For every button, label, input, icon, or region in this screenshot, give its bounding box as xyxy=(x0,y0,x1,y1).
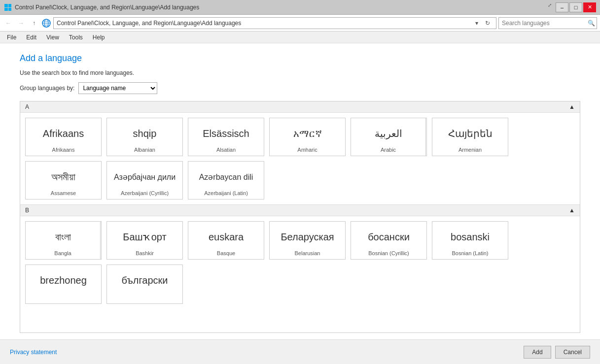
lang-card-alsatian[interactable]: Elsässisch Alsatian xyxy=(188,118,264,156)
bottom-buttons: Add Cancel xyxy=(524,346,590,359)
lang-card-bulgarian[interactable]: български xyxy=(106,265,183,304)
lang-native-basque: euskara xyxy=(209,227,244,247)
search-field[interactable]: 🔍 xyxy=(498,17,597,29)
resize-icon: ⤢ xyxy=(548,2,552,12)
language-sections[interactable]: A ▲ Afrikaans Afrikaans shqip Albanian E… xyxy=(20,101,580,333)
section-letter-b: B xyxy=(25,207,29,214)
page-subtitle: Use the search box to find more language… xyxy=(20,69,580,76)
main-content: Add a language Use the search box to fin… xyxy=(0,43,600,339)
lang-name-belarusian: Belarusian xyxy=(295,250,320,256)
lang-name-amharic: Amharic xyxy=(297,147,317,153)
section-header-a: A ▲ xyxy=(20,101,580,113)
lang-card-afrikaans[interactable]: Afrikaans Afrikaans xyxy=(25,118,102,156)
lang-native-armenian: Հայերեն xyxy=(448,123,493,144)
lang-card-azerbaijani-latin[interactable]: Azərbaycan dili Azerbaijani (Latin) xyxy=(188,161,264,199)
lang-name-arabic: Arabic xyxy=(381,147,396,153)
menu-edit[interactable]: Edit xyxy=(22,33,40,42)
lang-name-basque: Basque xyxy=(217,250,235,256)
address-field[interactable]: Control Panel\Clock, Language, and Regio… xyxy=(53,17,496,29)
section-b-grid: বাংলা Bangla Башҡорт Bashkir euskara Bas… xyxy=(20,216,580,309)
menu-bar: File Edit View Tools Help xyxy=(0,32,600,43)
add-button[interactable]: Add xyxy=(524,346,551,359)
window-title: Control Panel\Clock, Language, and Regio… xyxy=(15,4,199,11)
lang-card-basque[interactable]: euskara Basque xyxy=(188,221,264,260)
lang-native-bosnian-latin: bosanski xyxy=(451,227,490,247)
address-text: Control Panel\Clock, Language, and Regio… xyxy=(57,20,471,27)
lang-card-arabic[interactable]: العربية Arabic xyxy=(351,118,427,156)
title-bar: Control Panel\Clock, Language, and Regio… xyxy=(0,0,600,15)
menu-tools[interactable]: Tools xyxy=(65,33,87,42)
lang-card-albanian[interactable]: shqip Albanian xyxy=(106,118,183,156)
lang-card-bosnian-latin[interactable]: bosanski Bosnian (Latin) xyxy=(432,221,508,260)
back-button[interactable]: ← xyxy=(3,18,14,29)
window-controls: ⤢ – □ ✕ xyxy=(548,2,596,12)
lang-native-afrikaans: Afrikaans xyxy=(43,123,84,144)
group-row: Group languages by: Language name xyxy=(20,82,580,94)
svg-rect-2 xyxy=(4,8,8,11)
section-collapse-b[interactable]: ▲ xyxy=(569,207,575,214)
section-header-b: B ▲ xyxy=(20,204,580,216)
cancel-button[interactable]: Cancel xyxy=(555,346,590,359)
lang-native-alsatian: Elsässisch xyxy=(203,123,249,144)
lang-card-amharic[interactable]: አማርኛ Amharic xyxy=(269,118,346,156)
lang-name-azerbaijani-latin: Azerbaijani (Latin) xyxy=(204,190,248,196)
lang-name-bashkir: Bashkir xyxy=(136,250,154,256)
minimize-button[interactable]: – xyxy=(556,2,568,12)
lang-native-azerbaijani-latin: Azərbaycan dili xyxy=(199,166,253,187)
lang-name-bosnian-latin: Bosnian (Latin) xyxy=(452,250,489,256)
lang-card-breton[interactable]: brezhoneg xyxy=(25,265,102,304)
lang-card-belarusian[interactable]: Беларуская Belarusian xyxy=(269,221,346,260)
refresh-button[interactable]: ↻ xyxy=(482,18,493,29)
menu-file[interactable]: File xyxy=(3,33,20,42)
windows-icon xyxy=(4,3,12,11)
lang-card-bangla[interactable]: বাংলা Bangla xyxy=(25,221,102,260)
lang-card-bosnian-cyrillic[interactable]: босански Bosnian (Cyrillic) xyxy=(351,221,427,260)
lang-card-azerbaijani-cyrillic[interactable]: Азәрбајчан дили Azerbaijani (Cyrillic) xyxy=(106,161,183,199)
bottom-bar: Privacy statement Add Cancel xyxy=(0,339,600,364)
lang-native-bosnian-cyrillic: босански xyxy=(368,227,410,247)
lang-native-amharic: አማርኛ xyxy=(293,123,322,144)
menu-view[interactable]: View xyxy=(42,33,63,42)
lang-native-breton: brezhoneg xyxy=(40,270,87,291)
group-select[interactable]: Language name xyxy=(78,82,157,94)
lang-name-afrikaans: Afrikaans xyxy=(52,147,75,153)
section-collapse-a[interactable]: ▲ xyxy=(569,103,575,110)
address-bar: ← → ↑ Control Panel\Clock, Language, and… xyxy=(0,15,600,32)
menu-help[interactable]: Help xyxy=(89,33,109,42)
lang-name-alsatian: Alsatian xyxy=(216,147,236,153)
svg-rect-3 xyxy=(8,8,11,11)
lang-name-azerbaijani-cyrillic: Azerbaijani (Cyrillic) xyxy=(121,190,169,196)
lang-native-arabic: العربية xyxy=(375,123,402,144)
lang-card-armenian[interactable]: Հայերեն Armenian xyxy=(432,118,508,156)
svg-rect-1 xyxy=(8,4,11,7)
privacy-link[interactable]: Privacy statement xyxy=(10,349,57,356)
forward-button[interactable]: → xyxy=(16,18,27,29)
lang-native-bangla: বাংলা xyxy=(55,227,71,247)
lang-native-albanian: shqip xyxy=(133,123,157,144)
lang-native-bashkir: Башҡорт xyxy=(123,227,166,247)
search-icon[interactable]: 🔍 xyxy=(586,18,597,29)
page-title: Add a language xyxy=(20,53,580,64)
lang-native-azerbaijani-cyrillic: Азәрбајчан дили xyxy=(114,166,176,187)
lang-native-bulgarian: български xyxy=(122,270,168,291)
section-a-grid: Afrikaans Afrikaans shqip Albanian Elsäs… xyxy=(20,113,580,204)
address-dropdown[interactable]: ▾ xyxy=(471,18,482,29)
search-input[interactable] xyxy=(499,20,586,27)
lang-name-armenian: Armenian xyxy=(459,147,482,153)
group-label: Group languages by: xyxy=(20,85,74,92)
maximize-button[interactable]: □ xyxy=(569,2,582,12)
lang-name-bangla: Bangla xyxy=(54,250,71,256)
section-letter-a: A xyxy=(25,103,29,110)
lang-name-albanian: Albanian xyxy=(134,147,155,153)
globe-icon xyxy=(41,18,51,28)
lang-name-assamese: Assamese xyxy=(51,190,76,196)
close-button[interactable]: ✕ xyxy=(583,2,596,12)
lang-native-assamese: অসমীয়া xyxy=(51,166,75,187)
up-button[interactable]: ↑ xyxy=(29,18,39,29)
svg-rect-0 xyxy=(4,4,8,7)
lang-native-belarusian: Беларуская xyxy=(281,227,334,247)
lang-card-assamese[interactable]: অসমীয়া Assamese xyxy=(25,161,102,199)
lang-name-bosnian-cyrillic: Bosnian (Cyrillic) xyxy=(368,250,409,256)
lang-card-bashkir[interactable]: Башҡорт Bashkir xyxy=(106,221,183,260)
